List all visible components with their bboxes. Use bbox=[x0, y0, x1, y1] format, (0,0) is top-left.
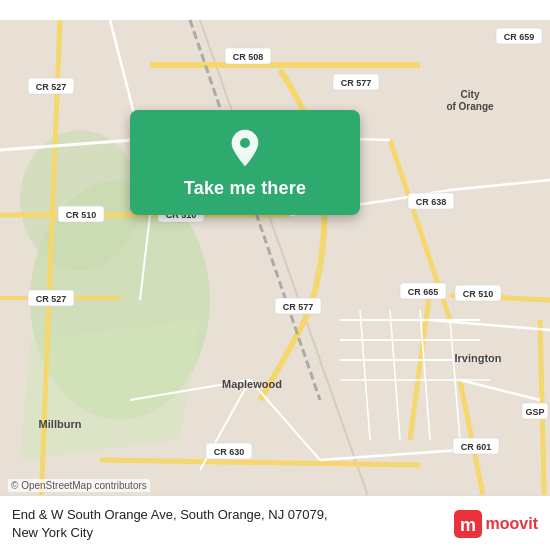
svg-text:CR 577: CR 577 bbox=[283, 302, 314, 312]
svg-point-71 bbox=[240, 138, 250, 148]
map-container: CR 659 CR 508 CR 527 CR 577 CR 510 CR 51… bbox=[0, 0, 550, 550]
svg-text:Millburn: Millburn bbox=[39, 418, 82, 430]
address-text: End & W South Orange Ave, South Orange, … bbox=[12, 506, 444, 542]
svg-text:CR 508: CR 508 bbox=[233, 52, 264, 62]
moovit-brand-text: moovit bbox=[486, 515, 538, 533]
svg-text:CR 510: CR 510 bbox=[66, 210, 97, 220]
take-me-there-button[interactable]: Take me there bbox=[184, 178, 306, 199]
svg-text:CR 577: CR 577 bbox=[341, 78, 372, 88]
svg-text:m: m bbox=[460, 515, 476, 535]
copyright-text: © OpenStreetMap contributors bbox=[8, 479, 150, 492]
svg-text:CR 510: CR 510 bbox=[463, 289, 494, 299]
svg-text:CR 659: CR 659 bbox=[504, 32, 535, 42]
svg-text:Maplewood: Maplewood bbox=[222, 378, 282, 390]
svg-text:CR 527: CR 527 bbox=[36, 294, 67, 304]
svg-text:GSP: GSP bbox=[525, 407, 544, 417]
address-line1: End & W South Orange Ave, South Orange, … bbox=[12, 507, 328, 522]
moovit-logo: m moovit bbox=[454, 510, 538, 538]
svg-text:City: City bbox=[461, 89, 480, 100]
svg-text:CR 665: CR 665 bbox=[408, 287, 439, 297]
svg-text:CR 601: CR 601 bbox=[461, 442, 492, 452]
svg-text:CR 638: CR 638 bbox=[416, 197, 447, 207]
location-pin-icon bbox=[225, 128, 265, 168]
popup-card: Take me there bbox=[130, 110, 360, 215]
moovit-icon: m bbox=[454, 510, 482, 538]
address-line2: New York City bbox=[12, 525, 93, 540]
svg-point-2 bbox=[20, 130, 140, 270]
bottom-bar: End & W South Orange Ave, South Orange, … bbox=[0, 495, 550, 550]
svg-text:CR 527: CR 527 bbox=[36, 82, 67, 92]
svg-text:Irvington: Irvington bbox=[454, 352, 501, 364]
map-background: CR 659 CR 508 CR 527 CR 577 CR 510 CR 51… bbox=[0, 0, 550, 550]
svg-text:CR 630: CR 630 bbox=[214, 447, 245, 457]
svg-text:of Orange: of Orange bbox=[446, 101, 494, 112]
